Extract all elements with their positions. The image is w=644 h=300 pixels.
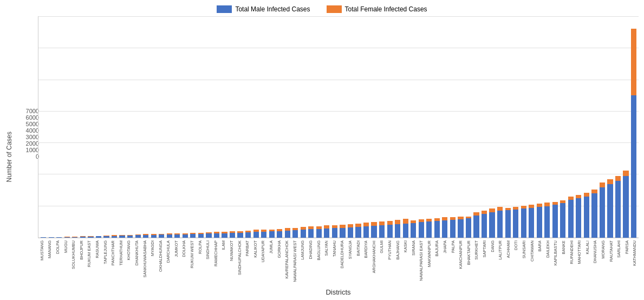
bar-group[interactable] [205,16,213,238]
bar-group[interactable] [244,16,252,238]
district-label: DOLPA [55,240,60,254]
bar-group[interactable] [409,16,418,238]
bar-female [371,222,376,226]
x-label: SINDHULI [204,238,212,287]
bar-group[interactable] [378,16,386,238]
bar-group[interactable] [433,16,441,238]
bar-group[interactable] [354,16,362,238]
bar-group[interactable] [300,16,308,238]
bar-group[interactable] [347,16,355,238]
bar-group[interactable] [158,16,166,238]
bar-group[interactable] [480,16,489,238]
district-label: KASKI [403,240,408,252]
x-label: TANAHU [330,238,339,287]
bar-male [395,224,400,238]
bar-group[interactable] [559,16,567,238]
bar-group[interactable] [449,16,457,238]
bar-group[interactable] [543,16,551,238]
bar-group[interactable] [252,16,260,238]
bar-group[interactable] [331,16,339,238]
bar-group[interactable] [551,16,560,238]
bar-group[interactable] [87,16,95,238]
bar-group[interactable] [622,16,630,238]
bar-group[interactable] [236,16,244,238]
bar-male [419,222,424,238]
bar-group[interactable] [472,16,480,238]
bar-group[interactable] [291,16,300,238]
bar-group[interactable] [40,16,48,238]
bar-group[interactable] [142,16,150,238]
legend-male-box [217,5,232,13]
bar-group[interactable] [394,16,402,238]
bar-group[interactable] [181,16,190,238]
bar-stack [442,217,447,238]
bar-stack [529,205,534,238]
bar-group[interactable] [488,16,496,238]
bar-group[interactable] [307,16,315,238]
bar-male [277,231,282,238]
bar-group[interactable] [229,16,237,238]
bar-group[interactable] [48,16,56,238]
bar-group[interactable] [260,16,268,238]
bar-group[interactable] [512,16,520,238]
district-label: LAMJUNG [300,240,305,260]
bar-group[interactable] [118,16,126,238]
bar-group[interactable] [189,16,197,238]
x-label: DOTI [512,238,521,287]
bar-group[interactable] [276,16,284,238]
bar-group[interactable] [268,16,276,238]
x-label: DHANUSHA [591,238,600,287]
bar-group[interactable] [401,16,409,238]
bar-group[interactable] [370,16,378,238]
bar-group[interactable] [283,16,291,238]
bar-stack [473,212,479,238]
bar-group[interactable] [362,16,370,238]
x-axis-title: Districts [38,288,639,297]
district-label: SOLUKHUMBU [71,240,76,269]
bar-group[interactable] [110,16,119,238]
bar-group[interactable] [425,16,433,238]
bar-group[interactable] [173,16,181,238]
x-label: DARCHULA [165,238,173,287]
district-label: ACHHAM [506,240,511,258]
x-label: NAWALPARASI WEST [291,238,299,287]
x-label: NAWALPARASI EAST [418,238,426,287]
bar-group[interactable] [220,16,229,238]
bar-group[interactable] [323,16,331,238]
x-label: SARLAHI [615,238,623,287]
bar-group[interactable] [315,16,323,238]
bar-group[interactable] [126,16,134,238]
bar-group[interactable] [386,16,394,238]
bar-group[interactable] [465,16,473,238]
bar-group[interactable] [535,16,543,238]
bar-group[interactable] [134,16,142,238]
bar-group[interactable] [55,16,63,238]
bar-group[interactable] [213,16,221,238]
bar-group[interactable] [504,16,512,238]
bar-group[interactable] [71,16,79,238]
bar-group[interactable] [457,16,465,238]
bar-group[interactable] [95,16,103,238]
bar-group[interactable] [528,16,536,238]
bar-group[interactable] [441,16,449,238]
bar-group[interactable] [197,16,205,238]
x-label: KASKI [401,238,409,287]
bar-group[interactable] [630,16,638,238]
bar-group[interactable] [418,16,426,238]
bar-group[interactable] [590,16,599,238]
bar-group[interactable] [79,16,87,238]
bar-group[interactable] [102,16,110,238]
bar-group[interactable] [599,16,607,238]
bar-group[interactable] [339,16,347,238]
bar-group[interactable] [614,16,622,238]
bar-group[interactable] [606,16,614,238]
bar-group[interactable] [149,16,158,238]
x-label: ACHHAM [504,238,512,287]
bar-group[interactable] [166,16,174,238]
bar-group[interactable] [519,16,528,238]
bar-group[interactable] [496,16,504,238]
bar-group[interactable] [583,16,591,238]
bar-group[interactable] [63,16,71,238]
bar-group[interactable] [567,16,575,238]
bar-group[interactable] [575,16,583,238]
